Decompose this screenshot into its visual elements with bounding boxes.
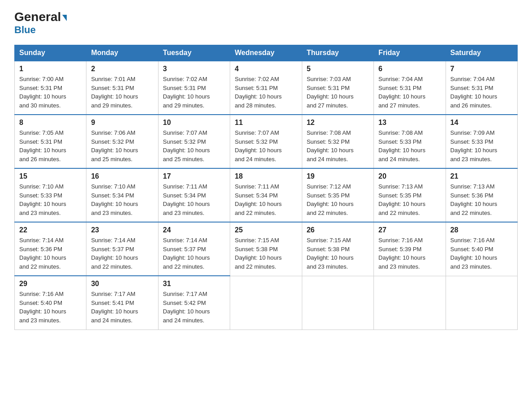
day-info: Sunrise: 7:14 AM Sunset: 5:37 PM Dayligh… [163,236,225,271]
column-header-sunday: Sunday [15,45,86,61]
day-info: Sunrise: 7:04 AM Sunset: 5:31 PM Dayligh… [378,75,441,110]
day-number: 13 [378,119,441,127]
calendar-cell: 22Sunrise: 7:14 AM Sunset: 5:36 PM Dayli… [15,222,86,276]
calendar-header-row: SundayMondayTuesdayWednesdayThursdayFrid… [15,45,518,61]
day-number: 30 [91,280,153,288]
column-header-tuesday: Tuesday [158,45,230,61]
calendar-cell: 13Sunrise: 7:08 AM Sunset: 5:33 PM Dayli… [374,115,446,168]
day-number: 24 [163,226,225,234]
calendar-cell: 5Sunrise: 7:03 AM Sunset: 5:31 PM Daylig… [302,61,373,115]
calendar-week-row: 8Sunrise: 7:05 AM Sunset: 5:31 PM Daylig… [15,115,518,168]
day-number: 6 [378,65,441,73]
day-info: Sunrise: 7:07 AM Sunset: 5:32 PM Dayligh… [163,128,225,163]
day-number: 14 [450,119,513,127]
day-number: 4 [235,65,297,73]
calendar-cell [446,276,517,330]
day-number: 17 [163,172,225,180]
day-info: Sunrise: 7:16 AM Sunset: 5:40 PM Dayligh… [450,236,513,271]
day-info: Sunrise: 7:15 AM Sunset: 5:38 PM Dayligh… [235,236,297,271]
day-info: Sunrise: 7:06 AM Sunset: 5:32 PM Dayligh… [91,128,153,163]
calendar-cell: 17Sunrise: 7:11 AM Sunset: 5:34 PM Dayli… [158,168,230,222]
calendar-cell: 2Sunrise: 7:01 AM Sunset: 5:31 PM Daylig… [86,61,158,115]
logo-blue-text: Blue [14,24,36,36]
calendar-cell: 14Sunrise: 7:09 AM Sunset: 5:33 PM Dayli… [446,115,517,168]
calendar-table: SundayMondayTuesdayWednesdayThursdayFrid… [14,45,518,330]
day-info: Sunrise: 7:14 AM Sunset: 5:37 PM Dayligh… [91,236,153,271]
day-number: 27 [378,226,441,234]
calendar-cell: 9Sunrise: 7:06 AM Sunset: 5:32 PM Daylig… [86,115,158,168]
calendar-cell: 21Sunrise: 7:13 AM Sunset: 5:36 PM Dayli… [446,168,517,222]
day-number: 2 [91,65,153,73]
logo-general: General [14,11,67,23]
day-number: 10 [163,119,225,127]
column-header-saturday: Saturday [446,45,517,61]
calendar-cell: 8Sunrise: 7:05 AM Sunset: 5:31 PM Daylig… [15,115,86,168]
day-info: Sunrise: 7:12 AM Sunset: 5:35 PM Dayligh… [307,182,369,217]
day-number: 31 [163,280,225,288]
day-number: 22 [19,226,82,234]
calendar-cell: 30Sunrise: 7:17 AM Sunset: 5:41 PM Dayli… [86,276,158,330]
calendar-cell: 11Sunrise: 7:07 AM Sunset: 5:32 PM Dayli… [230,115,302,168]
calendar-cell: 3Sunrise: 7:02 AM Sunset: 5:31 PM Daylig… [158,61,230,115]
column-header-friday: Friday [374,45,446,61]
day-number: 23 [91,226,153,234]
logo: General Blue [14,11,67,36]
day-info: Sunrise: 7:16 AM Sunset: 5:40 PM Dayligh… [19,290,82,325]
day-info: Sunrise: 7:07 AM Sunset: 5:32 PM Dayligh… [235,128,297,163]
day-number: 26 [307,226,369,234]
calendar-cell: 10Sunrise: 7:07 AM Sunset: 5:32 PM Dayli… [158,115,230,168]
day-info: Sunrise: 7:10 AM Sunset: 5:33 PM Dayligh… [19,182,82,217]
day-info: Sunrise: 7:17 AM Sunset: 5:41 PM Dayligh… [91,290,153,325]
day-info: Sunrise: 7:11 AM Sunset: 5:34 PM Dayligh… [163,182,225,217]
day-info: Sunrise: 7:10 AM Sunset: 5:34 PM Dayligh… [91,182,153,217]
day-info: Sunrise: 7:02 AM Sunset: 5:31 PM Dayligh… [163,75,225,110]
day-number: 29 [19,280,82,288]
day-info: Sunrise: 7:17 AM Sunset: 5:42 PM Dayligh… [163,290,225,325]
calendar-cell [230,276,302,330]
day-info: Sunrise: 7:01 AM Sunset: 5:31 PM Dayligh… [91,75,153,110]
day-number: 7 [450,65,513,73]
calendar-cell: 19Sunrise: 7:12 AM Sunset: 5:35 PM Dayli… [302,168,373,222]
calendar-cell: 1Sunrise: 7:00 AM Sunset: 5:31 PM Daylig… [15,61,86,115]
day-number: 21 [450,172,513,180]
column-header-wednesday: Wednesday [230,45,302,61]
calendar-cell: 12Sunrise: 7:08 AM Sunset: 5:32 PM Dayli… [302,115,373,168]
day-info: Sunrise: 7:02 AM Sunset: 5:31 PM Dayligh… [235,75,297,110]
day-info: Sunrise: 7:05 AM Sunset: 5:31 PM Dayligh… [19,128,82,163]
day-number: 9 [91,119,153,127]
calendar-cell: 4Sunrise: 7:02 AM Sunset: 5:31 PM Daylig… [230,61,302,115]
day-info: Sunrise: 7:14 AM Sunset: 5:36 PM Dayligh… [19,236,82,271]
calendar-cell: 20Sunrise: 7:13 AM Sunset: 5:35 PM Dayli… [374,168,446,222]
calendar-week-row: 29Sunrise: 7:16 AM Sunset: 5:40 PM Dayli… [15,276,518,330]
day-number: 1 [19,65,82,73]
calendar-cell: 16Sunrise: 7:10 AM Sunset: 5:34 PM Dayli… [86,168,158,222]
day-number: 8 [19,119,82,127]
calendar-cell: 24Sunrise: 7:14 AM Sunset: 5:37 PM Dayli… [158,222,230,276]
calendar-cell: 29Sunrise: 7:16 AM Sunset: 5:40 PM Dayli… [15,276,86,330]
day-number: 15 [19,172,82,180]
calendar-week-row: 15Sunrise: 7:10 AM Sunset: 5:33 PM Dayli… [15,168,518,222]
calendar-cell: 27Sunrise: 7:16 AM Sunset: 5:39 PM Dayli… [374,222,446,276]
day-info: Sunrise: 7:16 AM Sunset: 5:39 PM Dayligh… [378,236,441,271]
day-info: Sunrise: 7:08 AM Sunset: 5:32 PM Dayligh… [307,128,369,163]
calendar-cell [374,276,446,330]
calendar-cell: 7Sunrise: 7:04 AM Sunset: 5:31 PM Daylig… [446,61,517,115]
day-info: Sunrise: 7:09 AM Sunset: 5:33 PM Dayligh… [450,128,513,163]
day-number: 18 [235,172,297,180]
calendar-cell: 26Sunrise: 7:15 AM Sunset: 5:38 PM Dayli… [302,222,373,276]
day-info: Sunrise: 7:04 AM Sunset: 5:31 PM Dayligh… [450,75,513,110]
day-info: Sunrise: 7:00 AM Sunset: 5:31 PM Dayligh… [19,75,82,110]
page-header: General Blue [14,11,518,36]
column-header-thursday: Thursday [302,45,373,61]
calendar-week-row: 1Sunrise: 7:00 AM Sunset: 5:31 PM Daylig… [15,61,518,115]
day-info: Sunrise: 7:13 AM Sunset: 5:36 PM Dayligh… [450,182,513,217]
day-number: 5 [307,65,369,73]
day-number: 25 [235,226,297,234]
day-info: Sunrise: 7:15 AM Sunset: 5:38 PM Dayligh… [307,236,369,271]
day-number: 19 [307,172,369,180]
day-number: 3 [163,65,225,73]
calendar-cell: 15Sunrise: 7:10 AM Sunset: 5:33 PM Dayli… [15,168,86,222]
calendar-cell: 23Sunrise: 7:14 AM Sunset: 5:37 PM Dayli… [86,222,158,276]
calendar-cell: 25Sunrise: 7:15 AM Sunset: 5:38 PM Dayli… [230,222,302,276]
day-info: Sunrise: 7:13 AM Sunset: 5:35 PM Dayligh… [378,182,441,217]
